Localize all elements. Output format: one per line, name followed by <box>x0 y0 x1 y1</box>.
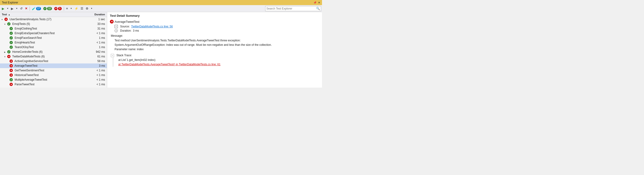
detail-stack-section: − Stack Trace: at List`1.get_Item(Int32 … <box>110 54 319 67</box>
test-duration: 31 ms <box>90 27 107 30</box>
lightning-button[interactable]: ⚡ <box>74 6 79 11</box>
debug-dropdown-button[interactable]: ▼ <box>15 7 19 10</box>
status-error-icon: ✕ <box>10 83 13 86</box>
test-name: EmojiHeartsTest <box>15 41 35 44</box>
list-item[interactable]: ✓ EmojiClothingTest 31 ms <box>0 26 107 31</box>
test-name: GetTweetSentimentTest <box>15 69 44 72</box>
stack-collapse-button[interactable]: − <box>111 54 114 57</box>
search-box[interactable]: 🔍 <box>265 6 321 11</box>
test-column-header[interactable]: Test ▲ <box>0 12 88 16</box>
expand-icon[interactable] <box>4 51 6 53</box>
status-success-icon: ✓ <box>10 41 13 44</box>
hierarchy-icon: ☰ <box>80 7 83 10</box>
search-icon: 🔍 <box>316 7 320 10</box>
duration-value: 3 ms <box>133 29 139 32</box>
flask-button[interactable]: 🧪 17 <box>31 6 42 11</box>
list-item[interactable]: ✓ EmojiHeartsTest < 1 ms <box>0 40 107 45</box>
list-item[interactable]: ✓ EmojiFaceSearchTest 1 ms <box>0 35 107 40</box>
expand-icon[interactable] <box>1 18 3 21</box>
settings-icon: ⚙ <box>86 7 88 10</box>
source-link[interactable]: TwitterDataModelTests.cs line: 56 <box>131 25 173 28</box>
detail-test-name-row: ✕ AverageTweetTest <box>110 20 319 23</box>
settings-dropdown-icon: ▼ <box>91 7 93 9</box>
status-success-icon: ✓ <box>10 45 13 49</box>
test-name: ActiveCognitiveServiceTest <box>14 59 48 63</box>
list-item[interactable]: ✕ ParseTweetTest < 1 ms <box>0 82 107 87</box>
test-name: EmojiClothingTest <box>15 27 37 30</box>
list-item[interactable]: ✕ HistoricalTweetTest < 1 ms <box>0 73 107 77</box>
list-item[interactable]: ✕ UserSentimentAnalysis.Tests (17) 1 sec <box>0 17 107 22</box>
search-input[interactable] <box>266 7 316 10</box>
detail-source-row: ≡ Source: TwitterDataModelTests.cs line:… <box>114 25 319 28</box>
test-name: TearsOfJoyTest <box>14 45 34 49</box>
duration-column-header[interactable]: Duration <box>88 12 107 16</box>
status-success-icon: ✓ <box>10 78 13 81</box>
success-filter-button[interactable]: ✓ 12 <box>42 6 53 11</box>
test-name: EmojiTests (5) <box>12 22 30 25</box>
success-count-badge: 12 <box>47 7 52 10</box>
list-item[interactable]: ✓ TearsOfJoyTest 1 ms <box>0 45 107 49</box>
list-item[interactable]: ✕ GetTweetSentimentTest < 1 ms <box>0 68 107 73</box>
status-success-icon: ✓ <box>7 50 10 53</box>
settings-dropdown-button[interactable]: ▼ <box>90 7 94 10</box>
settings-button[interactable]: ⚙ <box>85 6 90 11</box>
run-dropdown-button[interactable]: ▼ <box>6 7 10 10</box>
list-item[interactable]: ✕ TwitterDataModelTests (6) 61 ms <box>0 54 107 59</box>
detail-message-text: Test method UserSentimentAnalysis.Tests.… <box>114 38 319 52</box>
stack-label: Stack Trace: <box>116 54 319 57</box>
duration-label: Duration: <box>120 29 132 32</box>
run-all-icon: ▶ <box>2 7 4 10</box>
fail-count-badge: 5 <box>58 7 62 10</box>
window-close-icon[interactable]: ✕ <box>318 1 320 4</box>
status-error-icon: ✕ <box>10 73 13 77</box>
test-duration: < 1 ms <box>90 69 107 72</box>
status-success-icon: ✓ <box>10 27 13 30</box>
test-name: HomeControllerTests (6) <box>12 50 42 53</box>
test-name: TwitterDataModelTests (6) <box>12 55 44 58</box>
list-item[interactable]: ✕ ActiveCognitiveServiceTest 58 ms <box>0 59 107 63</box>
list-item[interactable]: ✓ MultipleAverageTweetTest < 1 ms <box>0 77 107 82</box>
list-item[interactable]: ✓ EmojiExtraSpecialCharatersTest < 1 ms <box>0 31 107 35</box>
list-item[interactable]: ✓ HomeControllerTests (6) 942 ms <box>0 49 107 54</box>
cancel-button[interactable]: ✕ <box>24 6 28 11</box>
expand-icon[interactable] <box>4 55 6 58</box>
debug-button[interactable]: ▶ <box>10 6 14 11</box>
flask-icon: 🧪 <box>32 7 36 10</box>
test-name: HistoricalTweetTest <box>15 73 39 77</box>
status-error-icon: ✕ <box>7 55 10 58</box>
refresh-button[interactable]: ↺ <box>19 6 24 11</box>
test-duration: 33 ms <box>90 22 107 25</box>
playlist-button[interactable]: ≡ <box>65 6 69 11</box>
test-duration: < 1 ms <box>90 41 107 44</box>
window-pin-icon[interactable]: 📌 <box>314 1 317 4</box>
playlist-dropdown-icon: ▼ <box>70 7 72 9</box>
cancel-icon: ✕ <box>25 7 28 10</box>
list-item[interactable]: ✓ EmojiTests (5) 33 ms <box>0 22 107 26</box>
title-bar: Test Explorer 📌 ✕ <box>0 0 322 5</box>
test-duration: < 1 ms <box>90 32 107 35</box>
test-list-panel: Test ▲ Duration ✕ UserSentimentAnalysis.… <box>0 12 107 88</box>
success-icon: ✓ <box>43 7 46 10</box>
playlist-dropdown-button[interactable]: ▼ <box>70 7 73 10</box>
status-success-icon: ✓ <box>10 32 13 35</box>
sort-arrow-icon: ▲ <box>8 13 10 16</box>
playlist-icon: ≡ <box>66 7 68 10</box>
expand-icon[interactable] <box>4 23 6 25</box>
detail-duration-row: ⊙ Duration: 3 ms <box>114 29 319 32</box>
run-dropdown-icon: ▼ <box>7 7 8 9</box>
separator-1 <box>30 6 30 11</box>
test-name: UserSentimentAnalysis.Tests (17) <box>10 18 52 21</box>
list-item[interactable]: ✕ AverageTweetTest 3 ms <box>0 63 107 68</box>
test-detail-panel: Test Detail Summary ✕ AverageTweetTest ≡… <box>107 12 322 88</box>
message-line-2: System.ArgumentOutOfRangeException: Inde… <box>114 43 319 47</box>
run-all-button[interactable]: ▶ <box>1 6 5 11</box>
message-section-label: Message: <box>111 34 319 37</box>
window-title: Test Explorer <box>2 1 18 4</box>
lightning-icon: ⚡ <box>74 7 78 10</box>
status-success-icon: ✓ <box>7 22 10 25</box>
fail-filter-button[interactable]: ✕ 5 <box>53 6 63 11</box>
stack-link[interactable]: at TwitterDataModelTests.AverageTweetTes… <box>118 63 220 66</box>
hierarchy-button[interactable]: ☰ <box>80 6 84 11</box>
test-list-header: Test ▲ Duration <box>0 12 107 17</box>
test-duration: 61 ms <box>90 55 107 58</box>
